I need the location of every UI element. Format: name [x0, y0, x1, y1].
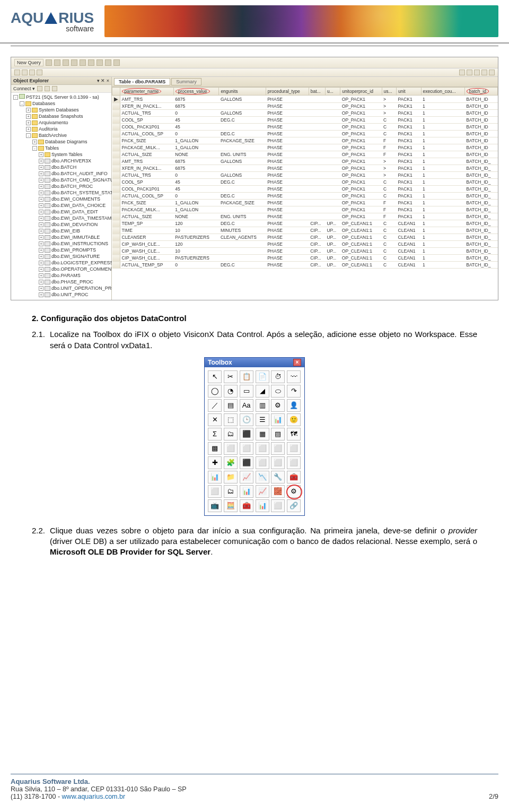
- tool-icon[interactable]: 🔧: [271, 471, 285, 483]
- expand-icon[interactable]: +: [26, 108, 31, 113]
- tool-icon[interactable]: ⬜: [208, 485, 222, 498]
- expand-icon[interactable]: -: [20, 101, 24, 106]
- tool-icon[interactable]: ▨: [271, 428, 285, 440]
- table-row[interactable]: ACTUAL_TEMP_SP0DEG.CPHASECIP...UP...OP_C…: [112, 262, 498, 269]
- tree-node[interactable]: dbo.EWI_SIGNATURE: [51, 254, 100, 259]
- tool-icon[interactable]: ⏱: [271, 370, 285, 383]
- tree-node[interactable]: Databases: [32, 101, 55, 106]
- toolbar-icon[interactable]: [37, 70, 42, 75]
- tool-icon[interactable]: 〰: [287, 370, 301, 383]
- table-row[interactable]: COOL_SP45DEG.CPHASEOP_PACK1CPACK11BATCH_…: [112, 117, 498, 124]
- tool-icon[interactable]: ⬜: [256, 456, 269, 469]
- tool-icon[interactable]: ▥: [256, 399, 269, 412]
- expand-icon[interactable]: -: [13, 95, 18, 100]
- tree-node[interactable]: dbo.EWI_DATA_EDIT: [51, 209, 98, 214]
- tree-node[interactable]: System Databases: [39, 107, 79, 113]
- toolbar-icon[interactable]: [52, 86, 57, 91]
- table-row[interactable]: ACTUAL_TRS0GALLONSPHASEOP_PACK1>PACK11BA…: [112, 110, 498, 117]
- table-row[interactable]: ACTUAL_SIZENONEENG. UNITSPHASEOP_PACK1FP…: [112, 151, 498, 158]
- tree-node[interactable]: dbo.UNIT_PROC: [51, 292, 89, 297]
- expand-icon[interactable]: +: [39, 152, 43, 157]
- tool-icon[interactable]: ◯: [208, 385, 222, 398]
- table-row[interactable]: COOL_PACK1P0145PHASEOP_PACK1CPACK11BATCH…: [112, 186, 498, 193]
- tool-icon[interactable]: 📉: [256, 471, 269, 483]
- new-query-button[interactable]: New Query: [14, 59, 43, 66]
- toolbar-icon[interactable]: [88, 59, 94, 66]
- expand-icon[interactable]: +: [39, 216, 43, 221]
- table-row[interactable]: TEMP_SP120DEG.CPHASECIP...UP...OP_CLEAN1…: [112, 220, 498, 227]
- expand-icon[interactable]: +: [39, 267, 43, 272]
- tool-icon[interactable]: 🔗: [287, 499, 301, 512]
- table-row[interactable]: ACTUAL_TRS0GALLONSPHASEOP_PACK1>PACK11BA…: [112, 172, 498, 179]
- table-row[interactable]: PACK_SIZE1_GALLONPACKAGE_SIZEPHASEOP_PAC…: [112, 137, 498, 144]
- toolbar-icon[interactable]: [481, 70, 487, 75]
- table-row[interactable]: ACTUAL_SIZENONEENG. UNITSPHASEOP_PACK1FP…: [112, 213, 498, 220]
- table-row[interactable]: TIME10MINUTESPHASECIP...UP...OP_CLEAN1:1…: [112, 227, 498, 234]
- tool-icon[interactable]: ／: [208, 399, 222, 412]
- tree-node[interactable]: dbo.EWI_DATA_CHOICE: [51, 203, 106, 208]
- tool-icon[interactable]: 📊: [208, 471, 222, 483]
- tool-icon[interactable]: ▦: [256, 428, 269, 440]
- tool-icon[interactable]: 🧰: [287, 471, 301, 483]
- toolbar-icon[interactable]: [96, 59, 103, 66]
- toolbar-icon[interactable]: [80, 59, 86, 66]
- tool-icon[interactable]: ▩: [208, 442, 222, 455]
- table-row[interactable]: ACTUAL_COOL_SP0DEG.CPHASEOP_PACK1CPACK11…: [112, 193, 498, 200]
- tool-icon[interactable]: 📈: [240, 471, 253, 483]
- table-row[interactable]: CIP_WASH_CLE...PASTUERIZERSPHASECIP...UP…: [112, 255, 498, 262]
- tree-node[interactable]: dbo.PARAMS: [51, 273, 81, 278]
- tool-icon[interactable]: ▤: [224, 399, 238, 412]
- tool-icon[interactable]: ⬜: [287, 442, 301, 455]
- close-icon[interactable]: ×: [293, 359, 301, 366]
- table-row[interactable]: XFER_IN_PACK1...6875PHASEOP_PACK1>PACK11…: [112, 165, 498, 172]
- toolbar-icon[interactable]: [29, 70, 35, 75]
- tool-icon[interactable]: 📊: [271, 413, 285, 426]
- column-header[interactable]: unit: [397, 88, 422, 96]
- expand-icon[interactable]: +: [39, 254, 43, 259]
- tree-node[interactable]: dbo.EWI_COMMENTS: [51, 196, 100, 202]
- column-header[interactable]: u...: [325, 88, 340, 96]
- tree-node[interactable]: Tables: [45, 145, 59, 151]
- tool-icon[interactable]: 📺: [208, 499, 222, 512]
- expand-icon[interactable]: +: [39, 184, 43, 189]
- tool-icon[interactable]: 📈: [256, 485, 269, 498]
- tool-icon[interactable]: 🗂: [224, 428, 238, 440]
- tool-icon[interactable]: ⬛: [240, 428, 253, 440]
- tool-icon[interactable]: 📊: [240, 485, 253, 498]
- tool-icon[interactable]: ⬜: [287, 456, 301, 469]
- expand-icon[interactable]: +: [32, 140, 37, 144]
- table-row[interactable]: ACTUAL_COOL_SP0DEG.CPHASEOP_PACK1CPACK11…: [112, 131, 498, 137]
- tool-icon[interactable]: ⬜: [256, 442, 269, 455]
- column-header[interactable]: procedural_type: [266, 88, 309, 96]
- column-header[interactable]: us...: [382, 88, 397, 96]
- expand-icon[interactable]: +: [39, 229, 43, 234]
- toolbar-icon[interactable]: [46, 59, 52, 66]
- expand-icon[interactable]: +: [39, 292, 43, 297]
- tool-icon[interactable]: ✕: [208, 413, 222, 426]
- tool-icon[interactable]: 🧱: [271, 485, 285, 498]
- tree-node[interactable]: Arquivamento: [39, 120, 68, 125]
- column-header[interactable]: execution_cou...: [421, 88, 464, 96]
- expand-icon[interactable]: +: [39, 235, 43, 240]
- explorer-close[interactable]: ▾ ✕ ×: [97, 78, 109, 83]
- tool-icon[interactable]: ✂: [224, 370, 238, 383]
- column-header[interactable]: bat...: [309, 88, 325, 96]
- toolbar-icon[interactable]: [467, 70, 472, 75]
- tool-icon[interactable]: 📄: [256, 370, 269, 383]
- tree-node[interactable]: dbo.PHASE_PROC: [51, 279, 93, 284]
- tree-node[interactable]: dbo.EWI_DEVIATION: [51, 222, 98, 227]
- tool-icon[interactable]: 🧰: [240, 499, 253, 512]
- tree-node[interactable]: Database Diagrams: [45, 139, 87, 144]
- column-header[interactable]: parameter_name: [120, 88, 173, 96]
- table-row[interactable]: PACKAGE_MILK...1_GALLONPHASEOP_PACK1FPAC…: [112, 206, 498, 213]
- tree-node[interactable]: dbo.EWI_PROMPTS: [51, 247, 96, 253]
- toolbar-icon[interactable]: [63, 59, 69, 66]
- expand-icon[interactable]: +: [39, 241, 43, 246]
- expand-icon[interactable]: +: [26, 114, 31, 119]
- tool-icon[interactable]: ◔: [224, 385, 238, 398]
- table-row[interactable]: CLEANSERPASTUERIZERSCLEAN_AGENTSPHASECIP…: [112, 234, 498, 241]
- tree-node[interactable]: dbo.BATCH_PROC: [51, 184, 93, 189]
- tool-icon[interactable]: 📁: [224, 471, 238, 483]
- toolbar-icon[interactable]: [71, 59, 77, 66]
- toolbar-icon[interactable]: [45, 86, 50, 91]
